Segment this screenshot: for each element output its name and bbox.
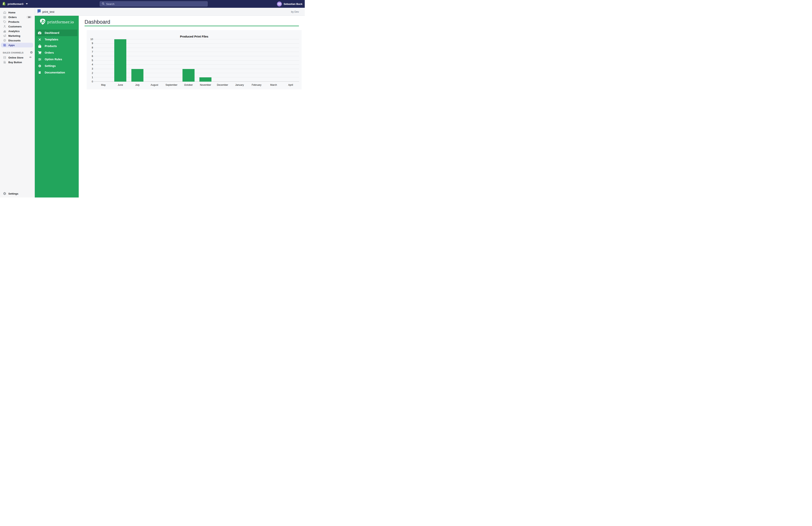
app-nav-products[interactable]: Products [36, 43, 77, 49]
x-axis-tick-label: February [252, 84, 261, 86]
x-axis-tick-label: June [118, 84, 123, 86]
app-nav-settings[interactable]: Settings [36, 62, 77, 69]
view-store-eye-icon[interactable] [29, 56, 32, 59]
y-axis-tick-label: 5 [92, 59, 93, 62]
x-axis-tick-label: August [150, 84, 158, 86]
bar-chart-icon [3, 29, 6, 33]
page-title: Dashboard [85, 19, 110, 25]
home-icon [3, 11, 6, 14]
main-content: Dashboard Produced Print Files 012345678… [79, 16, 305, 198]
y-axis-tick-label: 4 [92, 63, 93, 66]
store-switcher[interactable]: printformer3 [8, 2, 23, 5]
x-axis-tick-label: July [135, 84, 140, 86]
megaphone-icon [3, 34, 6, 38]
search-icon [102, 2, 104, 6]
buy-button-icon [3, 60, 6, 64]
shopify-sidebar: Home Orders 14 Products [0, 8, 35, 198]
y-axis-tick-label: 6 [92, 55, 93, 58]
title-underline [85, 26, 299, 26]
sidebar-item-marketing[interactable]: Marketing [1, 33, 33, 38]
design-tools-icon [38, 38, 41, 41]
chart-bar-june[interactable] [114, 39, 126, 82]
x-axis-tick-label: December [217, 84, 228, 86]
sliders-icon [38, 58, 41, 61]
x-axis-tick-label: September [165, 84, 177, 86]
y-axis-tick-label: 2 [92, 72, 93, 74]
chevron-down-icon [26, 3, 28, 4]
tag-icon [3, 20, 6, 24]
sidebar-item-apps[interactable]: Apps [1, 43, 33, 47]
sidebar-item-buy-button[interactable]: Buy Button [1, 60, 33, 65]
dashboard-gauge-icon [38, 31, 41, 34]
printformer-sidebar: printformer.io Dashboard Templates Produ… [35, 16, 79, 198]
app-name: print_test [42, 10, 55, 13]
sidebar-item-discounts[interactable]: Discounts [1, 38, 33, 43]
y-axis-tick-label: 10 [90, 38, 93, 41]
sidebar-item-customers[interactable]: Customers [1, 24, 33, 29]
y-axis-tick-label: 3 [92, 68, 93, 70]
user-name: Sebastian Buck [284, 2, 302, 5]
app-nav-documentation[interactable]: Documentation [36, 69, 77, 76]
x-axis-tick-label: March [270, 84, 277, 86]
gear-icon [3, 192, 6, 196]
add-sales-channel-button[interactable] [30, 51, 33, 54]
orders-count-badge: 14 [26, 16, 32, 18]
search-placeholder: Search [106, 2, 115, 5]
discount-icon [3, 39, 6, 42]
app-nav-dashboard[interactable]: Dashboard [36, 30, 77, 36]
printformer-logo-icon [40, 18, 46, 26]
gear-icon [38, 64, 41, 68]
user-menu[interactable]: SB Sebastian Buck [277, 0, 302, 8]
sidebar-item-online-store[interactable]: Online Store [1, 55, 33, 60]
book-icon [38, 71, 41, 74]
shopping-bag-icon [38, 44, 41, 48]
app-byline: by Dev [291, 10, 299, 13]
printformer-brand: printformer.io [35, 19, 79, 25]
x-axis-tick-label: October [184, 84, 193, 86]
chart-bar-october[interactable] [183, 69, 194, 82]
sales-channels-heading: SALES CHANNELS [3, 52, 30, 54]
y-axis-tick-label: 9 [92, 42, 93, 45]
sidebar-item-settings[interactable]: Settings [1, 191, 33, 196]
sidebar-item-home[interactable]: Home [1, 10, 33, 15]
app-header: print_test by Dev [35, 8, 305, 16]
sidebar-item-analytics[interactable]: Analytics [1, 29, 33, 33]
sidebar-item-products[interactable]: Products [1, 19, 33, 24]
produced-print-files-chart: Produced Print Files 012345678910MayJune… [87, 30, 302, 89]
app-nav-templates[interactable]: Templates [36, 36, 77, 43]
orders-icon [3, 15, 6, 19]
chart-plot: 012345678910MayJuneJulyAugustSeptemberOc… [95, 39, 299, 82]
app-nav-orders[interactable]: Orders [36, 49, 77, 56]
customer-icon [3, 25, 6, 28]
y-axis-tick-label: 0 [92, 81, 93, 83]
app-nav-option-rules[interactable]: Option Rules [36, 56, 77, 62]
shopify-logo-icon [2, 2, 6, 6]
app-bookmark-icon [38, 9, 41, 14]
avatar: SB [277, 2, 282, 6]
chart-bar-november[interactable] [199, 77, 212, 82]
chart-title: Produced Print Files [87, 35, 302, 38]
x-axis-tick-label: November [200, 84, 211, 86]
storefront-icon [3, 56, 6, 59]
y-axis-tick-label: 8 [92, 46, 93, 49]
y-axis-tick-label: 1 [92, 76, 93, 79]
x-axis-tick-label: May [101, 84, 106, 86]
cart-icon [38, 51, 41, 54]
topbar: printformer3 Search SB Sebastian Buck [0, 0, 305, 8]
x-axis-tick-label: January [235, 84, 244, 86]
search-bar[interactable]: Search [100, 1, 207, 6]
sidebar-item-orders[interactable]: Orders 14 [1, 15, 33, 19]
printformer-brand-name: printformer.io [47, 20, 74, 24]
x-axis-tick-label: April [288, 84, 293, 86]
y-axis-tick-label: 7 [92, 51, 93, 53]
apps-icon [3, 43, 6, 47]
chart-bar-july[interactable] [131, 69, 143, 82]
